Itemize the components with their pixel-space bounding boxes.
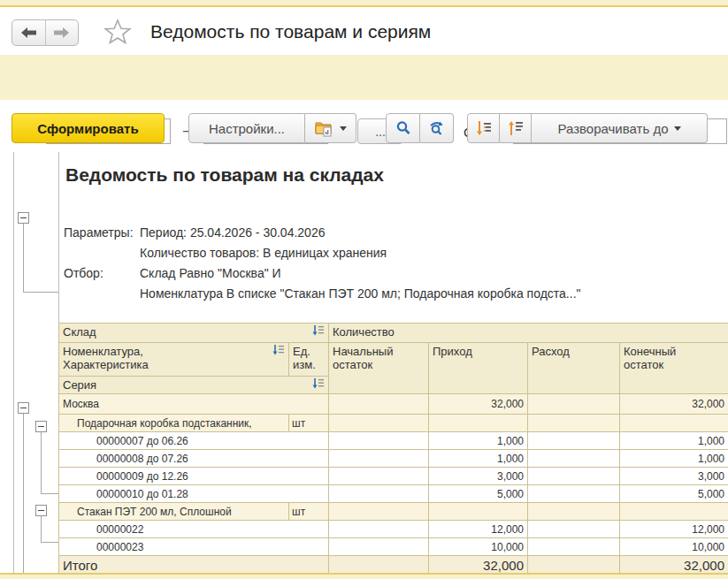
header-warehouse-label: Склад xyxy=(63,325,96,339)
cell-expense xyxy=(528,521,620,538)
report-variant-folder-icon xyxy=(315,119,334,137)
cell-expense xyxy=(528,468,620,485)
param-row: Номенклатура В списке "Стакан ПЭТ 200 мл… xyxy=(64,284,581,304)
param-label: Отбор: xyxy=(64,263,140,284)
cell-income: 5,000 xyxy=(429,485,528,503)
collapse-item-group-toggle[interactable] xyxy=(35,505,47,516)
param-label: Параметры: xyxy=(64,223,140,243)
dots-label: ... xyxy=(375,125,386,139)
row-label: Стакан ПЭТ 200 мл, Сплошной xyxy=(59,503,289,521)
sort-icon xyxy=(312,378,325,389)
cell-income: 32,000 xyxy=(429,394,528,415)
collapse-groups-button[interactable] xyxy=(500,113,532,143)
param-text: Период: 25.04.2026 - 30.04.2026 xyxy=(140,223,325,243)
table-row[interactable]: Стакан ПЭТ 200 мл, Сплошнойшт xyxy=(59,503,728,521)
cell-opening xyxy=(329,394,429,415)
param-text: Номенклатура В списке "Стакан ПЭТ 200 мл… xyxy=(140,284,581,304)
header-quantity-label: Количество xyxy=(333,325,395,339)
cell-closing xyxy=(620,415,728,432)
settings-button[interactable]: Настройки... xyxy=(188,113,305,143)
cell-opening xyxy=(329,485,429,503)
report-table-body: Москва32,00032,000Подарочная коробка под… xyxy=(59,394,728,575)
cell-opening xyxy=(329,503,429,521)
table-row[interactable]: 0000002310,00010,000 xyxy=(59,538,728,556)
cell-income: 1,000 xyxy=(429,450,528,468)
cell-opening xyxy=(329,415,429,432)
report-parameters: Параметры: Период: 25.04.2026 - 30.04.20… xyxy=(64,223,581,304)
back-button[interactable] xyxy=(12,20,45,45)
cell-expense xyxy=(528,503,620,521)
tree-line xyxy=(41,432,42,493)
header-closing-balance[interactable]: Конечный остаток xyxy=(620,343,728,394)
collapse-item-group-toggle[interactable] xyxy=(35,421,47,432)
report-table: Склад Количество xyxy=(58,323,728,575)
expand-groups-button[interactable] xyxy=(467,113,500,143)
header-expense[interactable]: Расход xyxy=(528,343,620,394)
collapse-header-group-toggle[interactable] xyxy=(18,212,29,224)
generate-report-button[interactable]: Сформировать xyxy=(11,113,165,143)
filter-bar: ✔ – xyxy=(0,55,728,100)
settings-label: Настройки... xyxy=(209,121,285,136)
row-label: 00000008 до 07.26 xyxy=(59,450,329,468)
expand-to-label: Разворачивать до xyxy=(557,121,668,136)
header-income[interactable]: Приход xyxy=(429,343,528,394)
report-left-border xyxy=(13,152,14,573)
history-nav xyxy=(11,19,79,46)
row-label: 00000009 до 12.26 xyxy=(59,468,329,485)
cell-opening xyxy=(329,538,429,556)
cell-closing xyxy=(620,503,728,521)
window-top-strip xyxy=(0,0,728,7)
cell-income xyxy=(429,503,528,521)
dropdown-arrow-icon xyxy=(674,126,681,131)
report-area: Ведомость по товарам на складах Параметр… xyxy=(0,152,728,573)
forward-button[interactable] xyxy=(45,20,79,45)
report-variants-button[interactable] xyxy=(305,113,356,143)
cell-income: 12,000 xyxy=(429,521,528,538)
header-nomenclature[interactable]: Номенклатура, Характеристика xyxy=(59,343,289,377)
header-nomenclature-label: Номенклатура, Характеристика xyxy=(63,345,149,371)
expand-to-button[interactable]: Разворачивать до xyxy=(532,113,708,143)
favorite-star-icon[interactable] xyxy=(103,18,132,46)
header-unit-label: Ед. изм. xyxy=(293,345,316,371)
window-bottom-strip xyxy=(0,573,728,579)
header-unit[interactable]: Ед. изм. xyxy=(289,343,329,377)
table-row[interactable]: 00000008 до 07.261,0001,000 xyxy=(59,450,728,468)
search-repeat-icon xyxy=(428,120,446,136)
header-expense-label: Расход xyxy=(532,345,570,358)
search-button[interactable] xyxy=(386,113,420,143)
sort-icon xyxy=(312,325,325,336)
row-label: 00000023 xyxy=(59,538,329,556)
cell-expense xyxy=(528,432,620,450)
cell-opening xyxy=(329,432,429,450)
table-row[interactable]: 0000002212,00012,000 xyxy=(59,521,728,538)
cell-closing: 12,000 xyxy=(620,521,728,538)
header-quantity[interactable]: Количество xyxy=(329,324,728,343)
collapse-warehouse-group-toggle[interactable] xyxy=(18,402,29,414)
table-row[interactable]: Подарочная коробка подстаканник,шт xyxy=(59,415,728,432)
table-row[interactable]: 00000007 до 06.261,0001,000 xyxy=(59,432,728,450)
forward-arrow-icon xyxy=(54,27,69,38)
search-group xyxy=(386,113,454,143)
cell-expense xyxy=(528,415,620,432)
table-row[interactable]: 00000010 до 01.285,0005,000 xyxy=(59,485,728,503)
header-series[interactable]: Серия xyxy=(59,377,329,394)
cell-closing: 5,000 xyxy=(620,485,728,503)
cell-income xyxy=(429,415,528,432)
cell-closing: 3,000 xyxy=(620,468,728,485)
row-label: Москва xyxy=(59,394,329,415)
cell-expense xyxy=(528,394,620,415)
cell-closing: 1,000 xyxy=(620,450,728,468)
tree-line xyxy=(23,292,58,293)
cell-income: 10,000 xyxy=(429,538,528,556)
cell-income: 3,000 xyxy=(429,468,528,485)
header-opening-balance[interactable]: Начальный остаток xyxy=(329,343,429,394)
search-next-button[interactable] xyxy=(420,113,454,143)
header-warehouse[interactable]: Склад xyxy=(59,324,329,343)
page-title: Ведомость по товарам и сериям xyxy=(150,21,431,42)
row-label: 00000007 до 06.26 xyxy=(59,432,329,450)
cell-closing: 1,000 xyxy=(620,432,728,450)
table-row[interactable]: 00000009 до 12.263,0003,000 xyxy=(59,468,728,485)
table-row[interactable]: Москва32,00032,000 xyxy=(59,394,728,415)
row-unit: шт xyxy=(289,503,329,521)
param-row: Отбор: Склад Равно "Москва" И xyxy=(64,263,581,284)
